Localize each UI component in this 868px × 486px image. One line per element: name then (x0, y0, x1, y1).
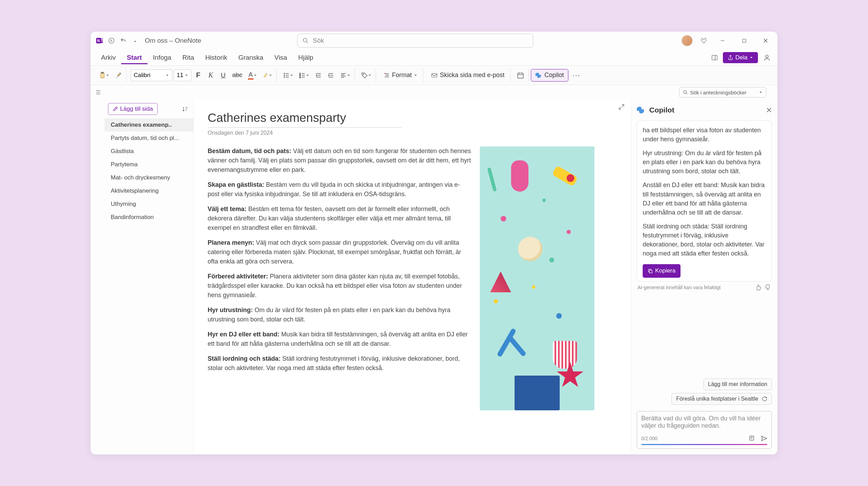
svg-point-18 (363, 74, 364, 75)
premium-icon[interactable] (699, 36, 709, 45)
thumbs-up-button[interactable] (755, 284, 761, 291)
copilot-icon (637, 106, 646, 115)
underline-button[interactable]: U (218, 69, 229, 82)
undo-button[interactable] (118, 36, 128, 45)
user-avatar[interactable] (682, 35, 693, 46)
nav-toggle-icon[interactable] (95, 90, 102, 95)
italic-button[interactable]: K (205, 69, 216, 82)
copilot-input-area: Berätta vad du vill göra. Om du vill ha … (631, 408, 777, 454)
font-select[interactable]: Calibri (131, 69, 172, 81)
page-item[interactable]: Partytema (105, 158, 193, 171)
page-item[interactable]: Bandinformation (105, 211, 193, 224)
copilot-header: Copilot (631, 100, 777, 120)
svg-text:3: 3 (300, 76, 301, 78)
copilot-ribbon-button[interactable]: Copilot (531, 69, 568, 82)
prompt-guide-icon[interactable] (749, 435, 755, 442)
svg-rect-20 (518, 73, 524, 78)
page-date: Onsdagen den 7 juni 2024 (208, 130, 617, 136)
sidebar-header: Lägg till sida (105, 103, 193, 118)
svg-rect-22 (649, 270, 652, 273)
people-icon[interactable] (761, 52, 773, 63)
title-bar-right (682, 34, 773, 48)
note-text[interactable]: Bestäm datum, tid och pats: Välj ett dat… (208, 146, 471, 410)
menu-item-granska[interactable]: Granska (233, 51, 269, 64)
suggestion-chip[interactable]: Lägg till mer information (703, 378, 772, 390)
search-icon (302, 37, 309, 44)
copilot-body: ha ett bildspel eller visa foton av stud… (631, 120, 777, 376)
qat-dropdown[interactable] (130, 36, 140, 45)
highlight-button[interactable] (260, 69, 274, 82)
meeting-button[interactable] (515, 69, 526, 82)
email-page-button[interactable]: Skicka sida med e-post (427, 69, 508, 82)
font-size-select[interactable]: 11 (174, 69, 191, 81)
indent-button[interactable] (325, 69, 336, 82)
send-button[interactable] (760, 435, 767, 442)
ribbon: Calibri 11 F K U abc A 123 Format (91, 66, 777, 85)
expand-icon[interactable] (618, 104, 625, 110)
note-canvas[interactable]: Catherines examensparty Onsdagen den 7 j… (194, 100, 631, 454)
menu-item-rita[interactable]: Rita (177, 51, 200, 64)
thumbs-down-button[interactable] (765, 284, 771, 291)
minimize-button[interactable] (715, 34, 730, 48)
add-page-button[interactable]: Lägg till sida (108, 103, 158, 115)
note-paragraph[interactable]: Hyr en DJ eller ett band: Musik kan bidr… (208, 330, 471, 349)
copilot-input[interactable]: Berätta vad du vill göra. Om du vill ha … (637, 411, 772, 449)
page-title[interactable]: Catherines examensparty (208, 111, 402, 125)
svg-point-5 (109, 38, 114, 43)
menu-item-arkiv[interactable]: Arkiv (95, 51, 121, 64)
note-paragraph[interactable]: Förbered aktiviteter: Planera aktivitete… (208, 272, 471, 300)
copy-icon (648, 268, 653, 274)
svg-point-14 (284, 77, 285, 77)
format-button[interactable]: Format (380, 69, 421, 82)
svg-rect-1 (101, 38, 103, 40)
note-body: Bestäm datum, tid och pats: Välj ett dat… (208, 146, 617, 410)
tag-button[interactable] (359, 69, 374, 82)
note-paragraph[interactable]: Välj ett tema: Bestäm ett tema för feste… (208, 204, 471, 233)
outdent-button[interactable] (313, 69, 324, 82)
strikethrough-button[interactable]: abc (230, 69, 244, 82)
suggestion-chip[interactable]: Föreslå unika festplatser i Seattle (671, 393, 772, 405)
page-item[interactable]: Aktivitetsplanering (105, 184, 193, 198)
svg-rect-7 (742, 39, 745, 42)
menu-item-infoga[interactable]: Infoga (148, 51, 177, 64)
paste-button[interactable] (97, 69, 111, 82)
panel-toggle-icon[interactable] (710, 53, 719, 62)
svg-rect-23 (750, 436, 754, 440)
svg-rect-2 (101, 40, 103, 41)
svg-rect-8 (712, 55, 717, 60)
search-placeholder: Sök (313, 37, 324, 44)
bullets-button[interactable] (281, 69, 295, 82)
align-button[interactable] (338, 69, 352, 82)
page-item[interactable]: Partyts datum, tid och pl... (105, 132, 193, 145)
onenote-icon: N (95, 36, 105, 45)
notebook-search[interactable]: Sök i anteckningsböcker (679, 87, 766, 98)
note-paragraph[interactable]: Bestäm datum, tid och pats: Välj ett dat… (208, 146, 471, 175)
back-button[interactable] (107, 36, 116, 45)
page-item[interactable]: Gästlista (105, 145, 193, 158)
page-item[interactable]: Catherines examenp.. (105, 118, 193, 132)
share-button[interactable]: Dela (723, 52, 758, 63)
note-paragraph[interactable]: Hyr utrustning: Om du är värd för festen… (208, 305, 471, 324)
copilot-title: Copilot (649, 106, 674, 114)
menu-item-start[interactable]: Start (121, 51, 147, 64)
search-input[interactable]: Sök (297, 34, 533, 48)
page-item[interactable]: Mat- och dryckesmeny (105, 171, 193, 184)
maximize-button[interactable] (736, 34, 752, 48)
numbering-button[interactable]: 123 (297, 69, 311, 82)
bold-button[interactable]: F (193, 69, 204, 82)
sort-button[interactable] (180, 104, 190, 114)
format-painter-button[interactable] (113, 69, 124, 82)
font-color-button[interactable]: A (246, 69, 259, 82)
menu-item-hjälp[interactable]: Hjälp (293, 51, 319, 64)
ribbon-overflow[interactable]: ··· (570, 69, 583, 82)
menu-item-visa[interactable]: Visa (269, 51, 293, 64)
note-image[interactable] (480, 146, 594, 410)
close-button[interactable] (758, 34, 773, 48)
copy-button[interactable]: Kopiera (643, 264, 681, 278)
note-paragraph[interactable]: Planera menyn: Välj mat och dryck som pa… (208, 238, 471, 266)
copilot-close-button[interactable] (766, 107, 772, 113)
menu-item-historik[interactable]: Historik (200, 51, 233, 64)
note-paragraph[interactable]: Ställ iordning och städa: Ställ iordning… (208, 354, 471, 373)
note-paragraph[interactable]: Skapa en gästlista: Bestäm vem du vill b… (208, 180, 471, 199)
page-item[interactable]: Uthyrning (105, 198, 193, 211)
